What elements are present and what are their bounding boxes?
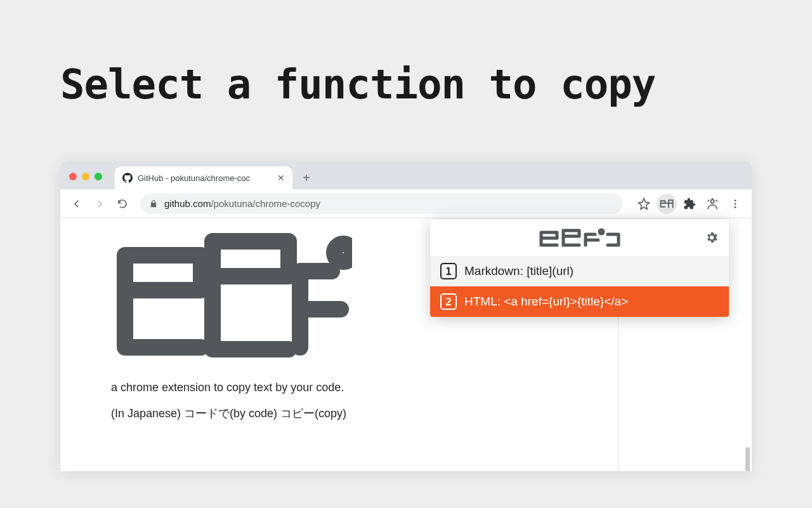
page-description-jp: (In Japanese) コードで(by code) コピー(copy) (111, 406, 568, 421)
bookmark-star-button[interactable] (634, 194, 654, 214)
window-zoom-button[interactable] (95, 173, 102, 180)
lock-icon (149, 199, 158, 208)
url-host: github.com (164, 198, 211, 209)
extension-popup: 1 Markdown: [title](url) 2 HTML: <a href… (430, 219, 729, 317)
window-controls (69, 173, 102, 180)
svg-point-2 (735, 203, 737, 204)
address-bar[interactable]: github.com/pokutuna/chrome-cocopy (140, 194, 622, 214)
reload-button[interactable] (112, 194, 133, 214)
keycap-1-icon: 1 (440, 263, 457, 279)
svg-point-5 (599, 230, 603, 234)
scrollbar-thumb[interactable] (745, 447, 750, 471)
page-headline: Select a function to copy (60, 61, 655, 108)
popup-header (430, 219, 729, 256)
back-button[interactable] (67, 194, 87, 214)
profile-avatar[interactable] (702, 194, 723, 214)
extensions-puzzle-button[interactable] (679, 194, 700, 214)
github-icon (122, 173, 133, 183)
page-description: a chrome extension to copy text by your … (111, 381, 568, 394)
popup-item-html[interactable]: 2 HTML: <a href={url}>{title}</a> (430, 286, 729, 317)
url-text: github.com/pokutuna/chrome-cocopy (164, 198, 613, 209)
browser-tab[interactable]: GitHub - pokutuna/chrome-coc ✕ (115, 166, 292, 189)
svg-point-3 (735, 206, 737, 208)
window-minimize-button[interactable] (82, 173, 89, 180)
cocopy-extension-button[interactable] (657, 194, 677, 214)
tab-close-button[interactable]: ✕ (276, 173, 286, 183)
keycap-2-icon: 2 (440, 293, 457, 310)
cocopy-popup-logo (539, 225, 621, 250)
cocopy-logo (111, 230, 352, 363)
popup-item-markdown[interactable]: 1 Markdown: [title](url) (430, 256, 729, 286)
chrome-menu-button[interactable] (725, 194, 745, 214)
svg-point-1 (735, 199, 737, 201)
tab-strip: GitHub - pokutuna/chrome-coc ✕ + (60, 161, 752, 189)
forward-button[interactable] (89, 194, 110, 214)
toolbar: github.com/pokutuna/chrome-cocopy (60, 189, 752, 218)
tab-title: GitHub - pokutuna/chrome-coc (138, 173, 271, 183)
svg-point-4 (334, 244, 352, 262)
window-close-button[interactable] (69, 173, 77, 180)
new-tab-button[interactable]: + (298, 169, 315, 187)
popup-settings-button[interactable] (704, 229, 720, 246)
url-path: /pokutuna/chrome-cocopy (211, 198, 320, 209)
popup-item-label: HTML: <a href={url}>{title}</a> (464, 295, 628, 309)
popup-item-label: Markdown: [title](url) (464, 264, 573, 278)
svg-point-0 (710, 199, 714, 203)
toolbar-right (634, 194, 745, 214)
